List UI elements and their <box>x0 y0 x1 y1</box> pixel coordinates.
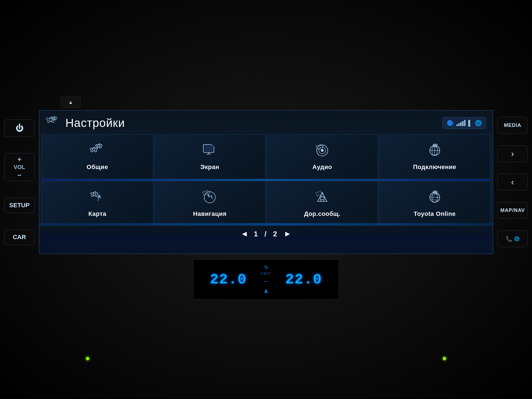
climate-mode-icon: ♟ <box>264 287 268 295</box>
led-right <box>443 357 446 360</box>
row-separator <box>42 180 490 180</box>
screen-label: Экран <box>200 163 219 171</box>
eject-icon: ▲ <box>68 99 73 105</box>
connection-icon <box>427 143 442 160</box>
main-row: ⏻ + VOL − SETUP CAR <box>0 110 532 254</box>
scroll-left-button[interactable]: ‹ <box>497 174 528 190</box>
screen-title-area: Настройки <box>46 116 125 131</box>
menu-item-traffic[interactable]: Дор.сообщ. <box>267 181 378 226</box>
left-buttons-panel: ⏻ + VOL − SETUP CAR <box>0 110 39 254</box>
traffic-icon <box>315 190 330 207</box>
page-total: 2 <box>273 230 278 238</box>
map-label: Карта <box>88 210 106 218</box>
power-icon: ⏻ <box>16 124 23 133</box>
pagination-row: ◄ 1 / 2 ► <box>39 226 493 241</box>
svg-rect-5 <box>204 146 213 151</box>
bluetooth-icon: 🔵 <box>447 120 454 126</box>
setup-button[interactable]: SETUP <box>4 198 35 213</box>
car-button[interactable]: CAR <box>4 229 35 245</box>
climate-percent: % <box>264 264 268 271</box>
page-separator: / <box>264 230 267 238</box>
power-button[interactable]: ⏻ <box>4 119 35 137</box>
climate-display: 22.0 % FAST — ♟ 22.0 <box>193 260 339 300</box>
general-settings-icon <box>90 143 105 160</box>
arrow-left-icon: ‹ <box>511 177 514 187</box>
temp-right-display: 22.0 <box>285 272 322 288</box>
map-icon <box>90 190 105 207</box>
status-bar: 🔵 ▌ 🌐 <box>443 117 486 129</box>
next-page-button[interactable]: ► <box>284 229 291 238</box>
screen-display-icon <box>202 143 217 160</box>
screen-title: Настройки <box>65 116 125 130</box>
menu-item-navigation[interactable]: Навигация <box>154 181 266 226</box>
scroll-right-button[interactable]: › <box>497 145 528 162</box>
volume-down-icon: − <box>17 172 21 179</box>
volume-up-icon: + <box>17 156 21 163</box>
menu-item-toyota-online[interactable]: Toyota Online <box>379 181 490 226</box>
screen-header: Настройки 🔵 ▌ 🌐 <box>39 111 493 134</box>
toyota-online-label: Toyota Online <box>414 210 456 218</box>
led-left <box>86 357 89 360</box>
eject-button[interactable]: ▲ <box>61 97 80 108</box>
volume-label: VOL <box>14 164 25 170</box>
prev-page-button[interactable]: ◄ <box>241 229 248 238</box>
menu-item-screen[interactable]: Экран <box>154 134 266 179</box>
phone-button[interactable]: 📞 🌐 <box>497 231 528 247</box>
general-label: Общие <box>87 163 108 171</box>
menu-grid-row2: Карта Навиг <box>39 181 493 226</box>
media-button[interactable]: MEDIA <box>497 117 528 134</box>
temp-left-display: 22.0 <box>210 272 247 288</box>
device-frame: ▲ ⏻ + VOL − SETUP CAR <box>0 0 532 399</box>
arrow-right-icon: › <box>511 149 514 159</box>
top-controls-area: ▲ <box>0 97 532 108</box>
phone-icon: 📞 <box>506 236 513 242</box>
car-label: CAR <box>13 234 26 241</box>
svg-point-19 <box>204 192 215 203</box>
map-nav-label: MAP/NAV <box>500 208 525 213</box>
map-nav-button[interactable]: MAP/NAV <box>497 202 528 219</box>
traffic-label: Дор.сообщ. <box>304 210 340 218</box>
menu-item-audio[interactable]: Аудио <box>267 134 378 179</box>
svg-rect-20 <box>320 197 324 200</box>
climate-fan-label: FAST <box>260 272 271 276</box>
navigation-icon <box>202 190 217 207</box>
menu-item-connection[interactable]: Подключение <box>379 134 490 179</box>
volume-control[interactable]: + VOL − <box>4 153 35 181</box>
navigation-label: Навигация <box>193 210 227 218</box>
battery-icon: ▌ <box>468 120 472 126</box>
media-label: MEDIA <box>504 122 521 128</box>
menu-item-map[interactable]: Карта <box>42 181 153 226</box>
climate-control-row: 22.0 % FAST — ♟ 22.0 <box>0 254 532 302</box>
toyota-online-icon <box>427 190 442 207</box>
audio-label: Аудио <box>312 163 332 171</box>
climate-separator: — <box>264 277 268 286</box>
settings-gear-icon <box>46 116 61 131</box>
right-buttons-panel: MEDIA › ‹ MAP/NAV 📞 🌐 <box>493 110 532 254</box>
menu-grid-row1: Общие <box>39 134 493 179</box>
setup-label: SETUP <box>9 202 29 209</box>
main-screen: Настройки 🔵 ▌ 🌐 <box>39 110 493 254</box>
menu-item-general[interactable]: Общие <box>42 134 153 179</box>
phone-globe-icon: 🌐 <box>514 236 520 241</box>
climate-center-controls: % FAST — ♟ <box>260 264 271 295</box>
signal-bars <box>456 120 466 126</box>
globe-status-icon: 🌐 <box>475 120 482 126</box>
audio-icon <box>315 143 330 160</box>
page-current: 1 <box>254 230 259 238</box>
connection-label: Подключение <box>413 163 456 171</box>
